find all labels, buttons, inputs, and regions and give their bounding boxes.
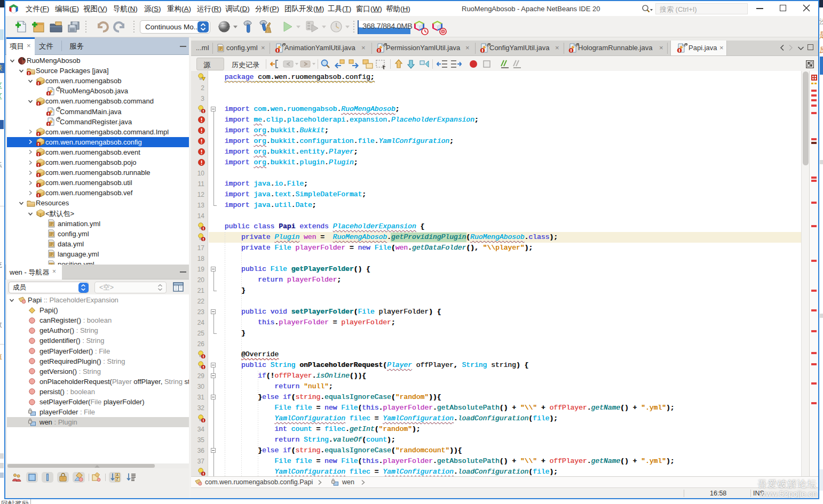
svg-text:A: A xyxy=(116,473,119,477)
svg-text:Z: Z xyxy=(116,477,118,481)
